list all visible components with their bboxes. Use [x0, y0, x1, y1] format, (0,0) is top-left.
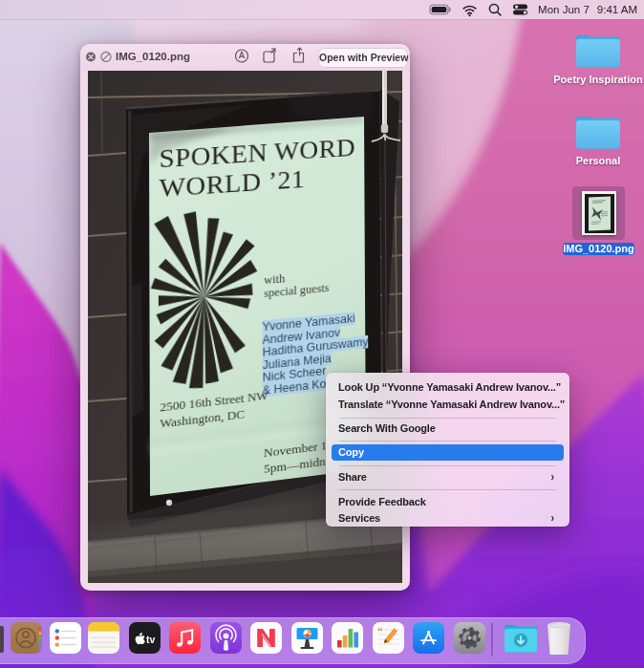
svg-text:“: “ — [377, 625, 383, 636]
svg-text:tv: tv — [146, 634, 155, 645]
